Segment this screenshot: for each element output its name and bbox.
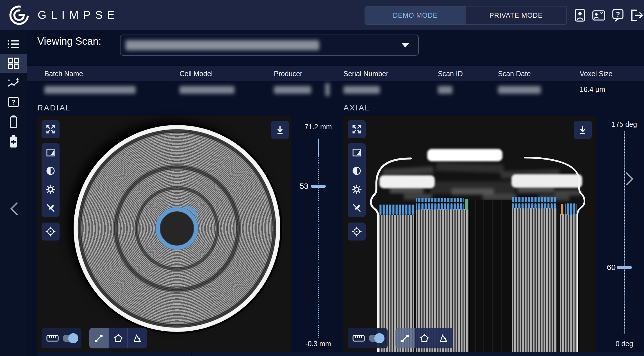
radial-annotations-off-button[interactable]: [46, 203, 55, 212]
redacted-scan-name: [126, 40, 319, 50]
measure-polygon-icon: [113, 334, 123, 343]
axial-image-tools: [348, 143, 366, 217]
radial-brightness-button[interactable]: [46, 185, 55, 194]
redacted-batch-name: [44, 86, 136, 94]
svg-text:?: ?: [616, 10, 620, 18]
download-icon: [276, 125, 285, 135]
sidebar-item-cells[interactable]: [0, 112, 27, 131]
column-scan-id: Scan ID: [438, 70, 463, 78]
axial-slider-handle[interactable]: [617, 266, 632, 269]
anode-ticks-group-2: [416, 198, 464, 210]
radial-fullscreen-button[interactable]: [42, 120, 60, 138]
sidebar-item-analytics[interactable]: [0, 73, 27, 92]
demo-mode-button[interactable]: DEMO MODE: [365, 6, 466, 24]
sidebar-item-help[interactable]: ?: [0, 92, 27, 112]
measure-line-icon: [400, 334, 410, 343]
radial-contrast-button[interactable]: [46, 166, 55, 175]
contrast-icon: [352, 166, 361, 175]
logout-button[interactable]: [630, 8, 643, 22]
sidebar-item-scan-list[interactable]: [0, 35, 27, 54]
radial-slider-track-solid[interactable]: [318, 139, 319, 156]
column-scan-date: Scan Date: [498, 70, 531, 78]
radial-measure-line-button[interactable]: [89, 328, 108, 348]
axial-measure-line-button[interactable]: [395, 328, 415, 348]
radial-crosshair-button[interactable]: [42, 223, 60, 241]
radial-measure-tools: [89, 328, 147, 348]
next-section-edge: [37, 352, 644, 356]
axial-crosshair-button[interactable]: [348, 223, 366, 241]
redacted-cell-model: [179, 86, 235, 94]
brand-name: GLIMPSE: [38, 9, 119, 21]
scan-table-header: Batch Name Cell Model Producer Serial Nu…: [27, 66, 644, 81]
contacts-button[interactable]: [592, 8, 606, 22]
profile-button[interactable]: [573, 8, 587, 22]
axial-ct-scan-image[interactable]: [343, 116, 596, 352]
radial-measure-polygon-button[interactable]: [108, 328, 128, 348]
axial-panel-title: AXIAL: [343, 103, 370, 112]
scan-selector-dropdown[interactable]: [120, 35, 419, 56]
axial-brightness-button[interactable]: [352, 185, 361, 194]
radial-viewer[interactable]: [37, 116, 291, 352]
scan-list-icon: [7, 39, 20, 49]
brightness-icon: [46, 185, 55, 194]
viewing-scan-label: Viewing Scan:: [37, 35, 101, 47]
contrast-icon: [46, 166, 55, 175]
axial-ruler-toggle[interactable]: [369, 335, 383, 342]
chevron-right-icon: [623, 171, 636, 187]
scan-table-row[interactable]: 16.4 µm: [27, 81, 644, 99]
radial-image-tools: [42, 143, 60, 217]
radial-ruler-toggle[interactable]: [63, 335, 77, 342]
axial-annotations-off-button[interactable]: [352, 203, 361, 212]
redacted-scan-date: [498, 86, 541, 94]
ruler-icon: [352, 334, 365, 342]
axial-download-button[interactable]: [574, 121, 592, 139]
anode-tick-orange: [561, 204, 563, 215]
anode-ticks-group-1: [379, 205, 414, 215]
ruler-icon: [46, 334, 59, 342]
redacted-mark: [325, 83, 330, 96]
annotations-off-icon: [352, 203, 361, 212]
axial-contrast-button[interactable]: [352, 166, 361, 175]
axial-slider-track[interactable]: [624, 131, 625, 334]
axial-ruler-toggle-group: [348, 328, 388, 348]
axial-slider-value: 60: [607, 263, 616, 272]
radial-flip-image-button[interactable]: [46, 148, 55, 157]
radial-measure-angle-button[interactable]: [128, 328, 147, 348]
redacted-serial-number: [343, 86, 380, 94]
radial-slider-track[interactable]: [318, 156, 319, 339]
sidebar-item-dashboard[interactable]: [0, 54, 27, 73]
radial-ct-scan-image[interactable]: [74, 125, 280, 332]
collapse-sidebar-button[interactable]: [8, 201, 21, 217]
column-voxel-size: Voxel Size: [580, 70, 613, 78]
private-mode-button[interactable]: PRIVATE MODE: [466, 6, 566, 24]
expand-right-button[interactable]: [623, 171, 636, 187]
toggle-knob: [68, 333, 78, 343]
axial-measure-tools: [395, 328, 453, 348]
dropdown-caret-icon: [401, 43, 409, 47]
radial-slider-handle[interactable]: [311, 185, 326, 188]
spiral-center-annotation: [156, 207, 198, 250]
radial-download-button[interactable]: [271, 121, 289, 139]
mode-switch: DEMO MODE PRIVATE MODE: [365, 6, 567, 25]
help-box-icon: ?: [8, 96, 19, 108]
axial-fullscreen-button[interactable]: [348, 120, 366, 138]
axial-measure-angle-button[interactable]: [434, 328, 453, 348]
help-button[interactable]: ?: [611, 8, 625, 22]
logout-icon: [630, 9, 643, 22]
voxel-size-value: 16.4 µm: [580, 85, 605, 94]
help-bubble-icon: ?: [612, 8, 624, 22]
brand: GLIMPSE: [8, 0, 119, 30]
sidebar-item-add-cell[interactable]: [0, 132, 27, 151]
fullscreen-icon: [352, 124, 362, 134]
top-navbar: GLIMPSE DEMO MODE PRIVATE MODE: [0, 0, 644, 30]
axial-flip-image-button[interactable]: [352, 148, 361, 157]
spiral-hook-annotation: [169, 201, 203, 235]
measure-polygon-icon: [420, 334, 429, 343]
radial-slider-min: -0.3 mm: [305, 340, 331, 348]
axial-viewer[interactable]: [343, 116, 596, 352]
svg-text:?: ?: [11, 98, 15, 106]
radial-slider-value: 53: [300, 182, 308, 191]
measure-angle-icon: [133, 334, 142, 343]
anode-ticks-group-3: [512, 197, 557, 208]
axial-measure-polygon-button[interactable]: [415, 328, 434, 348]
